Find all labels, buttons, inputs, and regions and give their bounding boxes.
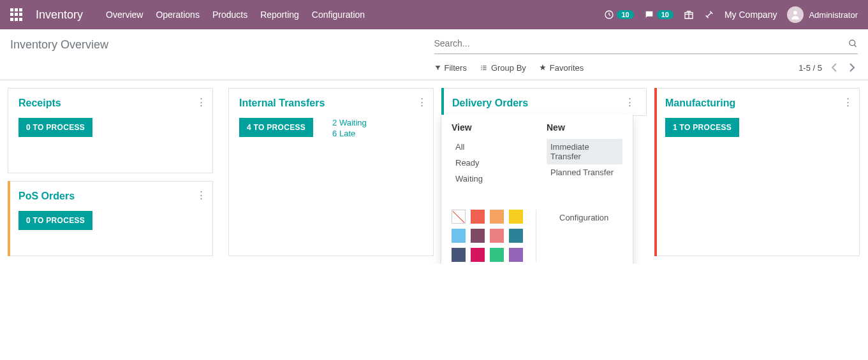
- nav-operations[interactable]: Operations: [156, 10, 199, 20]
- filter-bar: Filters Group By Favorites 1-5 / 5: [434, 62, 858, 73]
- filters-button[interactable]: Filters: [434, 63, 467, 73]
- process-button[interactable]: 4 TO PROCESS: [239, 118, 313, 137]
- card-dropdown: View All Ready Waiting New Immediate Tra…: [441, 115, 633, 264]
- card-menu-icon[interactable]: ⋮: [417, 96, 427, 108]
- company-name[interactable]: My Company: [725, 10, 777, 20]
- color-swatch[interactable]: [509, 229, 523, 243]
- color-swatch[interactable]: [490, 229, 504, 243]
- dd-new-immediate[interactable]: Immediate Transfer: [547, 139, 622, 164]
- card-delivery-orders: Delivery Orders: [441, 88, 614, 119]
- navbar: Inventory Overview Operations Products R…: [0, 0, 868, 29]
- messages-indicator[interactable]: 10: [644, 10, 673, 20]
- card-menu-icon[interactable]: ⋮: [625, 96, 635, 108]
- pager-range: 1-5 / 5: [798, 63, 822, 73]
- user-name: Administrator: [809, 10, 858, 20]
- chat-icon: [644, 10, 654, 20]
- color-swatch[interactable]: [490, 248, 504, 262]
- card-title[interactable]: Internal Transfers: [239, 97, 423, 109]
- color-swatch[interactable]: [452, 229, 466, 243]
- card-pos-orders: PoS Orders ⋮ 0 TO PROCESS: [8, 181, 213, 256]
- color-swatch[interactable]: [490, 210, 504, 224]
- svg-point-2: [850, 40, 855, 45]
- groupby-button[interactable]: Group By: [480, 63, 526, 73]
- nav-products[interactable]: Products: [212, 10, 247, 20]
- tools-icon[interactable]: [704, 10, 714, 20]
- pager-next[interactable]: [846, 62, 858, 73]
- activity-badge: 10: [617, 10, 633, 19]
- color-swatch[interactable]: [471, 248, 485, 262]
- apps-icon[interactable]: [10, 8, 23, 21]
- dd-new-col: New Immediate Transfer Planned Transfer: [547, 122, 622, 187]
- dd-view-ready[interactable]: Ready: [452, 155, 527, 171]
- color-swatch[interactable]: [452, 248, 466, 262]
- card-manufacturing: Manufacturing ⋮ 1 TO PROCESS: [654, 88, 860, 256]
- nav-configuration[interactable]: Configuration: [312, 10, 365, 20]
- card-menu-cell: ⋮: [614, 88, 647, 116]
- favorites-label: Favorites: [550, 63, 584, 73]
- process-button[interactable]: 0 TO PROCESS: [18, 211, 92, 230]
- nav-overview[interactable]: Overview: [106, 10, 143, 20]
- dd-view-heading: View: [452, 122, 527, 133]
- card-strip: [8, 181, 10, 256]
- filter-icon: [434, 64, 441, 71]
- waiting-link[interactable]: 2 Waiting: [332, 118, 367, 127]
- card-title[interactable]: Delivery Orders: [452, 97, 603, 109]
- card-strip: [654, 88, 657, 256]
- color-swatch[interactable]: [471, 210, 485, 224]
- card-receipts: Receipts ⋮ 0 TO PROCESS: [8, 88, 213, 173]
- star-icon: [539, 64, 547, 71]
- card-title[interactable]: Receipts: [18, 97, 202, 109]
- card-title[interactable]: PoS Orders: [18, 191, 202, 202]
- nav-menu: Overview Operations Products Reporting C…: [106, 10, 604, 20]
- status-links: 2 Waiting 6 Late: [332, 118, 367, 140]
- process-button[interactable]: 1 TO PROCESS: [665, 118, 739, 137]
- color-swatch[interactable]: [471, 229, 485, 243]
- color-picker: [452, 210, 523, 262]
- pager-prev[interactable]: [828, 62, 840, 73]
- favorites-button[interactable]: Favorites: [539, 63, 584, 73]
- dd-view-waiting[interactable]: Waiting: [452, 171, 527, 187]
- breadcrumb: Inventory Overview: [10, 38, 434, 52]
- color-none[interactable]: [452, 210, 466, 224]
- avatar-icon: [787, 6, 804, 23]
- svg-point-1: [793, 11, 797, 15]
- filters-label: Filters: [445, 63, 467, 73]
- card-internal-transfers: Internal Transfers ⋮ 4 TO PROCESS 2 Wait…: [228, 88, 434, 256]
- card-menu-icon[interactable]: ⋮: [196, 96, 206, 108]
- dd-new-planned[interactable]: Planned Transfer: [547, 164, 622, 180]
- color-swatch[interactable]: [509, 248, 523, 262]
- search-input[interactable]: [434, 36, 849, 51]
- groupby-label: Group By: [491, 63, 526, 73]
- card-menu-icon[interactable]: ⋮: [196, 189, 206, 201]
- dd-view-col: View All Ready Waiting: [452, 122, 527, 187]
- nav-right: 10 10 My Company Administrator: [604, 6, 858, 23]
- late-link[interactable]: 6 Late: [332, 129, 367, 138]
- nav-reporting[interactable]: Reporting: [260, 10, 299, 20]
- card-title[interactable]: Manufacturing: [665, 97, 849, 109]
- clock-icon: [604, 10, 614, 20]
- dd-new-heading: New: [547, 122, 622, 133]
- kanban-board: Receipts ⋮ 0 TO PROCESS PoS Orders ⋮ 0 T…: [0, 80, 868, 264]
- search-icon[interactable]: [848, 39, 858, 48]
- dd-view-all[interactable]: All: [452, 139, 527, 155]
- brand[interactable]: Inventory: [36, 8, 83, 22]
- process-button[interactable]: 0 TO PROCESS: [18, 118, 92, 137]
- messages-badge: 10: [657, 10, 673, 19]
- list-icon: [480, 64, 488, 71]
- control-panel: Inventory Overview Filters Group By Favo…: [0, 29, 868, 80]
- user-menu[interactable]: Administrator: [787, 6, 858, 23]
- dd-configuration[interactable]: Configuration: [555, 210, 622, 262]
- card-strip: [441, 88, 444, 119]
- gift-icon[interactable]: [684, 10, 694, 20]
- activity-indicator[interactable]: 10: [604, 10, 633, 20]
- pager: 1-5 / 5: [798, 62, 858, 73]
- color-swatch[interactable]: [509, 210, 523, 224]
- search-bar: [434, 36, 858, 54]
- card-menu-icon[interactable]: ⋮: [843, 96, 853, 108]
